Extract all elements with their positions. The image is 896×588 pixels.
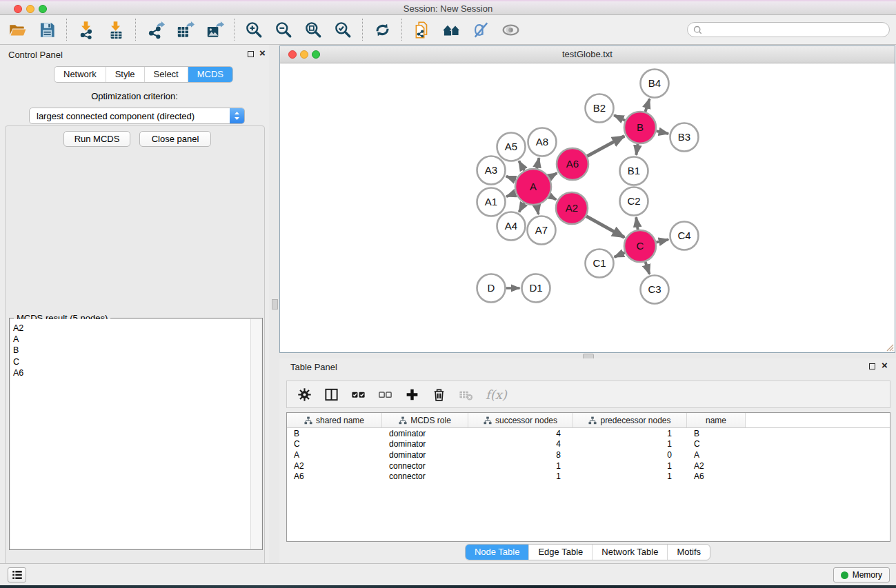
table-row[interactable]: Bdominator41B xyxy=(287,428,890,439)
node-B1[interactable]: B1 xyxy=(620,157,648,185)
edge-B-B1[interactable] xyxy=(636,144,637,155)
tab-motifs[interactable]: Motifs xyxy=(667,545,710,560)
node-A6[interactable]: A6 xyxy=(557,148,588,180)
cell-shared-name[interactable]: A xyxy=(287,450,382,460)
cell-successor-nodes[interactable]: 1 xyxy=(468,472,573,481)
node-A3[interactable]: A3 xyxy=(477,156,506,185)
resize-grip-icon[interactable] xyxy=(886,343,894,352)
cell-shared-name[interactable]: C xyxy=(287,439,382,449)
edge-C-C4[interactable] xyxy=(656,239,668,242)
edge-A-A7[interactable] xyxy=(537,205,539,214)
node-B4[interactable]: B4 xyxy=(641,70,669,98)
tab-node-table[interactable]: Node Table xyxy=(466,545,529,560)
save-session-icon[interactable] xyxy=(32,17,62,42)
node-D1[interactable]: D1 xyxy=(522,274,550,303)
node-A2[interactable]: A2 xyxy=(556,192,588,224)
search-field[interactable] xyxy=(687,22,890,37)
run-mcds-button[interactable]: Run MCDS xyxy=(63,131,130,147)
cell-successor-nodes[interactable]: 8 xyxy=(468,450,573,460)
cell-shared-name[interactable]: A2 xyxy=(287,461,382,471)
node-D[interactable]: D xyxy=(477,274,506,303)
edge-A-A5[interactable] xyxy=(519,161,524,171)
node-A[interactable]: A xyxy=(515,169,551,205)
show-graphics-icon[interactable] xyxy=(496,17,526,42)
cell-predecessor-nodes[interactable]: 1 xyxy=(573,472,687,481)
cell-successor-nodes[interactable]: 1 xyxy=(468,461,573,471)
table-row[interactable]: Adominator80A xyxy=(287,449,890,460)
cell-name[interactable]: A2 xyxy=(687,461,746,471)
edge-A-A8[interactable] xyxy=(537,158,539,168)
open-session-icon[interactable] xyxy=(3,17,32,42)
table-float-icon[interactable] xyxy=(869,363,875,369)
cell-predecessor-nodes[interactable]: 0 xyxy=(573,450,687,460)
edge-C-C1[interactable] xyxy=(615,252,625,256)
edge-A-A2[interactable] xyxy=(550,196,557,199)
close-panel-button[interactable]: Close panel xyxy=(139,131,211,147)
float-panel-icon[interactable] xyxy=(248,51,254,57)
tab-network-table[interactable]: Network Table xyxy=(592,545,667,560)
tab-select[interactable]: Select xyxy=(144,67,188,82)
toggle-labels-icon[interactable] xyxy=(466,17,496,42)
edge-A6-B[interactable] xyxy=(587,136,624,156)
import-network-icon[interactable] xyxy=(72,17,101,42)
zoom-fit-icon[interactable] xyxy=(299,17,328,42)
edge-A2-C[interactable] xyxy=(586,216,624,238)
edge-B-B4[interactable] xyxy=(645,99,649,112)
import-table-icon[interactable] xyxy=(101,17,131,42)
cell-MCDS-role[interactable]: connector xyxy=(382,461,468,471)
cell-predecessor-nodes[interactable]: 1 xyxy=(573,461,687,471)
column-header-shared-name[interactable]: shared name xyxy=(287,413,382,427)
export-image-icon[interactable] xyxy=(200,17,230,42)
node-A4[interactable]: A4 xyxy=(497,212,526,241)
node-C4[interactable]: C4 xyxy=(670,222,699,250)
attribute-list-button[interactable] xyxy=(8,567,26,582)
node-A1[interactable]: A1 xyxy=(477,188,506,216)
zoom-selected-icon[interactable] xyxy=(328,17,358,42)
table-settings-gear-icon[interactable] xyxy=(296,386,312,403)
column-header-name[interactable]: name xyxy=(687,413,746,427)
node-A7[interactable]: A7 xyxy=(528,216,556,245)
node-A5[interactable]: A5 xyxy=(497,133,526,161)
table-close-icon[interactable]: × xyxy=(882,362,888,369)
tab-network[interactable]: Network xyxy=(54,67,106,82)
table-row[interactable]: A2connector11A2 xyxy=(287,460,890,472)
vertical-split-handle[interactable] xyxy=(272,299,278,310)
memory-button[interactable]: Memory xyxy=(833,567,890,582)
column-header-successor-nodes[interactable]: successor nodes xyxy=(468,413,573,427)
result-scrollbar[interactable] xyxy=(250,319,261,549)
cell-MCDS-role[interactable]: dominator xyxy=(382,450,468,460)
deselect-all-rows-icon[interactable] xyxy=(377,386,393,403)
network-file-icon[interactable] xyxy=(407,17,437,42)
cell-name[interactable]: B xyxy=(687,429,746,438)
column-header-MCDS-role[interactable]: MCDS role xyxy=(382,413,468,427)
network-canvas[interactable]: AA1A2A3A4A5A6A7A8BB1B2B3B4CC1C2C3C4DD1 xyxy=(280,63,895,352)
refresh-layout-icon[interactable] xyxy=(368,17,397,42)
result-item[interactable]: B xyxy=(13,345,251,356)
node-B3[interactable]: B3 xyxy=(670,123,699,152)
cell-shared-name[interactable]: B xyxy=(287,429,382,438)
result-item[interactable]: A6 xyxy=(13,367,251,378)
node-B[interactable]: B xyxy=(624,112,656,143)
node-C[interactable]: C xyxy=(624,230,656,262)
toggle-panel-columns-icon[interactable] xyxy=(323,386,339,403)
export-table-icon[interactable] xyxy=(170,17,200,42)
cell-name[interactable]: C xyxy=(687,439,746,449)
criterion-dropdown[interactable]: largest connected component (directed) xyxy=(29,108,245,124)
search-input[interactable] xyxy=(706,23,884,37)
cell-successor-nodes[interactable]: 4 xyxy=(468,439,573,449)
edge-A-A3[interactable] xyxy=(506,176,516,181)
edge-B-B3[interactable] xyxy=(656,131,668,134)
mcds-result-list[interactable]: A2ABCA6 xyxy=(10,319,251,549)
result-item[interactable]: A2 xyxy=(13,323,251,334)
tab-mcds[interactable]: MCDS xyxy=(188,67,232,82)
edge-A-A6[interactable] xyxy=(549,173,557,177)
zoom-out-icon[interactable] xyxy=(269,17,299,42)
edge-A-A1[interactable] xyxy=(506,193,515,196)
node-A8[interactable]: A8 xyxy=(528,128,557,156)
export-network-icon[interactable] xyxy=(141,17,170,42)
close-panel-icon[interactable]: × xyxy=(259,50,266,57)
tab-edge-table[interactable]: Edge Table xyxy=(528,545,592,560)
table-row[interactable]: A6connector11A6 xyxy=(287,471,890,482)
zoom-in-icon[interactable] xyxy=(239,17,269,42)
table-row[interactable]: Cdominator41C xyxy=(287,439,890,450)
